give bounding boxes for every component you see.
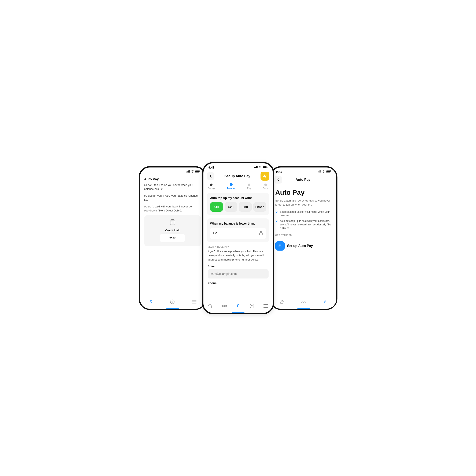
step-line-3 (251, 186, 263, 186)
right-nav-home-icon[interactable] (278, 299, 286, 305)
step-label-energy: Energy (208, 187, 215, 189)
email-input[interactable] (208, 269, 269, 278)
svg-rect-11 (173, 222, 173, 224)
setup-btn-label: Set up Auto Pay (287, 244, 313, 248)
center-nav-header: Set up Auto Pay (204, 170, 273, 182)
step-line-1 (215, 186, 226, 186)
center-time: 9:41 (208, 166, 214, 169)
step-dot-done (264, 184, 267, 186)
right-nav-pound-icon[interactable]: £ (321, 299, 329, 305)
step-line-2 (235, 186, 247, 186)
credit-limit-value: £2.00 (160, 234, 185, 242)
right-back-button[interactable] (274, 176, 282, 184)
step-label-done: Done (263, 187, 268, 189)
step-label-pay: Pay (247, 187, 251, 189)
svg-rect-18 (255, 167, 256, 169)
svg-rect-26 (209, 306, 211, 308)
svg-rect-15 (192, 302, 196, 302)
svg-rect-35 (263, 306, 268, 306)
center-nav-home-icon[interactable] (206, 303, 214, 309)
balance-card: When my balance is lower than: £2 (207, 219, 269, 242)
center-nav-pound-icon[interactable]: £ (234, 303, 242, 309)
right-nav-network-icon[interactable] (299, 299, 308, 305)
step-dot-amount (230, 183, 233, 186)
svg-rect-17 (254, 167, 255, 168)
right-time: 9:41 (276, 170, 282, 173)
svg-rect-16 (192, 303, 196, 304)
right-status-icons (318, 170, 331, 173)
svg-point-29 (225, 305, 227, 307)
battery-icon (195, 170, 200, 173)
svg-rect-40 (320, 170, 321, 172)
credit-limit-label: Credit limit (165, 229, 180, 232)
center-signal-icon (254, 166, 257, 169)
left-body-text-3: op-up is paid with your bank ll never go… (144, 204, 201, 213)
svg-rect-44 (281, 302, 283, 304)
right-phone: 9:41 Auto Pay Auto Pay (270, 166, 338, 310)
check-mark-1: ✓ (275, 210, 278, 215)
svg-rect-9 (170, 221, 175, 225)
svg-text:?: ? (251, 305, 253, 308)
center-bottom-nav: £ ? (204, 301, 273, 313)
balance-value: £2 (213, 231, 217, 235)
left-body-text-1: c PAYG top-ups so you never when your ba… (144, 183, 201, 191)
left-bottom-nav: £ ? (140, 296, 205, 309)
center-phone: 9:41 Set up Auto Pay (202, 162, 274, 314)
auto-pay-desc: Set up automatic PAYG top-ups so you nev… (275, 199, 332, 207)
amount-btn-30[interactable]: £30 (239, 202, 252, 212)
svg-rect-34 (263, 304, 268, 305)
svg-rect-10 (172, 222, 172, 224)
svg-rect-3 (189, 170, 190, 172)
svg-rect-2 (188, 170, 189, 172)
svg-rect-43 (330, 171, 331, 172)
center-progress-steps: Energy Amount Pay Done (204, 182, 273, 191)
balance-input-row: £2 (210, 228, 266, 239)
screen-container: Auto Pay c PAYG top-ups so you never whe… (122, 162, 354, 314)
svg-rect-6 (199, 171, 200, 172)
svg-point-27 (221, 305, 223, 307)
svg-rect-39 (320, 170, 320, 172)
svg-text:?: ? (172, 300, 173, 304)
step-dot-energy (210, 184, 213, 186)
amount-card-title: Auto top-up my account with: (210, 196, 266, 200)
svg-rect-23 (267, 167, 268, 168)
left-title: Auto Pay (144, 177, 201, 183)
auto-pay-title: Auto Pay (275, 189, 332, 196)
email-label: Email (208, 265, 269, 268)
receipt-section: NEED A RECEIPT? If you'd like a receipt … (207, 246, 269, 285)
center-nav-question-icon[interactable]: ? (248, 303, 256, 309)
amount-btn-20[interactable]: £20 (224, 202, 237, 212)
amount-btn-10[interactable]: £10 (210, 202, 223, 212)
left-nav-menu-icon[interactable] (190, 299, 198, 305)
lock-icon (259, 230, 263, 237)
left-nav-pound-icon[interactable]: £ (147, 299, 155, 305)
setup-auto-pay-button[interactable]: Set up Auto Pay (275, 241, 332, 251)
center-status-bar: 9:41 (204, 163, 273, 170)
center-action-button[interactable] (260, 172, 269, 181)
check-list: ✓ Set repeat top-ups for your meter when… (275, 210, 332, 230)
phone-label: Phone (208, 281, 269, 285)
center-back-button[interactable] (207, 172, 214, 180)
center-nav-menu-icon[interactable] (262, 303, 270, 309)
right-signal-icon (318, 170, 321, 173)
receipt-label: NEED A RECEIPT? (208, 246, 269, 248)
amount-btn-other[interactable]: Other (253, 202, 266, 212)
right-status-bar: 9:41 (271, 168, 336, 174)
receipt-text: If you'd like a receipt when your Auto P… (208, 249, 269, 262)
left-status-bar (140, 168, 205, 174)
center-wifi-icon (258, 166, 262, 169)
center-content: Auto top-up my account with: £10 £20 £30… (204, 191, 273, 301)
svg-point-28 (223, 305, 225, 307)
center-battery-icon (263, 166, 268, 169)
amount-card: Auto top-up my account with: £10 £20 £30… (207, 193, 269, 215)
amount-options: £10 £20 £30 Other (210, 202, 266, 212)
center-nav-title: Set up Auto Pay (224, 174, 250, 178)
left-nav-question-icon[interactable]: ? (168, 299, 177, 305)
right-battery-icon (326, 170, 331, 173)
setup-btn-icon (275, 241, 285, 251)
center-nav-network-icon[interactable] (220, 303, 228, 309)
svg-rect-36 (263, 307, 268, 308)
svg-rect-14 (192, 300, 196, 301)
svg-rect-5 (195, 170, 199, 172)
wifi-icon (191, 170, 194, 173)
